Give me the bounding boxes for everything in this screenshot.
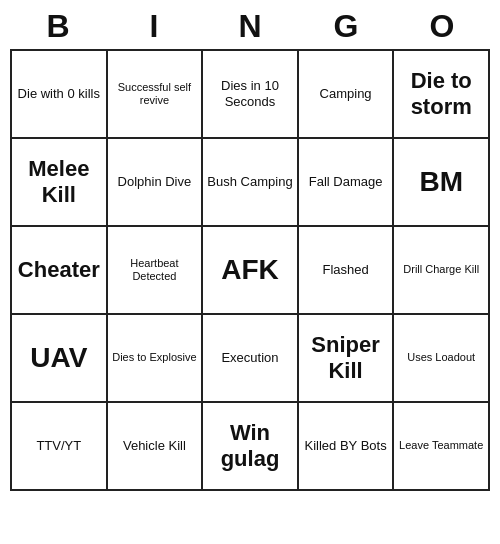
bingo-cell-17[interactable]: Execution [203, 315, 299, 403]
bingo-cell-21[interactable]: Vehicle Kill [108, 403, 204, 491]
bingo-cell-0[interactable]: Die with 0 kills [12, 51, 108, 139]
bingo-cell-10[interactable]: Cheater [12, 227, 108, 315]
bingo-cell-14[interactable]: Drill Charge Kill [394, 227, 490, 315]
header-g: G [302, 8, 390, 45]
bingo-cell-18[interactable]: Sniper Kill [299, 315, 395, 403]
bingo-header: B I N G O [10, 0, 490, 49]
bingo-cell-19[interactable]: Uses Loadout [394, 315, 490, 403]
bingo-cell-5[interactable]: Melee Kill [12, 139, 108, 227]
bingo-cell-1[interactable]: Successful self revive [108, 51, 204, 139]
bingo-cell-16[interactable]: Dies to Explosive [108, 315, 204, 403]
bingo-cell-9[interactable]: BM [394, 139, 490, 227]
bingo-cell-15[interactable]: UAV [12, 315, 108, 403]
header-i: I [110, 8, 198, 45]
bingo-cell-11[interactable]: Heartbeat Detected [108, 227, 204, 315]
bingo-cell-22[interactable]: Win gulag [203, 403, 299, 491]
bingo-cell-6[interactable]: Dolphin Dive [108, 139, 204, 227]
header-b: B [14, 8, 102, 45]
bingo-cell-20[interactable]: TTV/YT [12, 403, 108, 491]
bingo-cell-13[interactable]: Flashed [299, 227, 395, 315]
bingo-cell-4[interactable]: Die to storm [394, 51, 490, 139]
header-n: N [206, 8, 294, 45]
bingo-cell-12[interactable]: AFK [203, 227, 299, 315]
bingo-cell-8[interactable]: Fall Damage [299, 139, 395, 227]
header-o: O [398, 8, 486, 45]
bingo-cell-7[interactable]: Bush Camping [203, 139, 299, 227]
bingo-cell-2[interactable]: Dies in 10 Seconds [203, 51, 299, 139]
bingo-cell-24[interactable]: Leave Teammate [394, 403, 490, 491]
bingo-grid: Die with 0 killsSuccessful self reviveDi… [10, 49, 490, 491]
bingo-cell-3[interactable]: Camping [299, 51, 395, 139]
bingo-cell-23[interactable]: Killed BY Bots [299, 403, 395, 491]
